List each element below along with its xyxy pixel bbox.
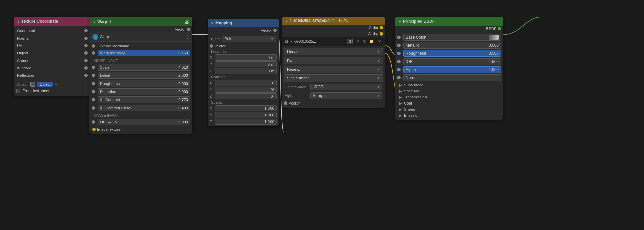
metallic-label: Metallic (406, 43, 419, 48)
contrast-offset-value: 0.480 (178, 106, 188, 110)
transmission-label: Transmission (404, 95, 427, 99)
ior-socket (397, 60, 401, 63)
metallic-value: 0.000 (489, 43, 499, 48)
from-instancer-checkbox[interactable] (16, 89, 20, 93)
node-image-header: ∨ 0e8010b2566a83767e5c9df4bd3dc7... (282, 17, 385, 25)
projection-arrow: ▼ (377, 59, 380, 62)
emission-collapse[interactable]: ▶ Emission (395, 112, 503, 118)
sheen-collapse[interactable]: ▶ Sheen (395, 106, 503, 112)
image-texture-row: ImageTexture (89, 126, 192, 132)
emission-label: Emission (404, 113, 420, 117)
alpha-dropdown[interactable]: Straight ▼ (310, 92, 382, 99)
contrast-field[interactable]: Contrast 0.770 (98, 96, 190, 103)
dropdown-small-arrow: ▼ (290, 40, 293, 43)
scale-field[interactable]: Scale 4.010 (98, 64, 190, 71)
loc-x-field[interactable]: 0 m (215, 54, 277, 61)
loc-y-field[interactable]: 0 m (215, 61, 277, 67)
specular-collapse[interactable]: ▶ Specular (395, 88, 503, 94)
image-texture-label: ImageTexture (97, 127, 121, 131)
base-color-field[interactable]: Base Color (403, 34, 501, 41)
from-instancer-row: From Instancer (14, 88, 91, 94)
scale-z-field[interactable]: 1.000 (215, 119, 277, 125)
contrast-offset-label: Contrast Offset (105, 106, 131, 110)
image-color-socket (380, 26, 383, 29)
rot-y-field[interactable]: 0° (215, 87, 277, 93)
subsurface-collapse[interactable]: ▶ Subsurface (395, 82, 503, 88)
coat-collapse[interactable]: ▶ Coat (395, 100, 503, 106)
image-vector-label: Vector (289, 101, 300, 105)
alpha-principal-field[interactable]: Alpha 1.000 (403, 66, 501, 73)
loc-x-row: X 0 m (208, 54, 279, 61)
folder-icon[interactable]: 📁 (369, 38, 375, 44)
pencil-icon[interactable]: ✏ (55, 82, 58, 87)
warp-node-name: Warp-it (100, 34, 184, 39)
rot-x-field[interactable]: 0° (215, 80, 277, 86)
color-space-dropdown[interactable]: sRGB ▼ (310, 84, 382, 90)
base-color-label: Base Color (406, 35, 426, 40)
node-texture-coordinate: ∨ Texture Coordinate Generated Normal (14, 17, 91, 96)
socket-row-object: Object (14, 49, 91, 57)
ior-field[interactable]: IOR 1.500 (403, 58, 501, 65)
loc-z-field[interactable]: 0 m (215, 68, 277, 74)
label-camera: Camera (17, 59, 83, 63)
warp-intensity-field[interactable]: Warp Intensity 0.160 (98, 50, 190, 56)
bsdf-label: BSDF (486, 27, 496, 31)
mapping-input-socket (210, 44, 213, 48)
source-dropdown[interactable]: Single Image ▼ (284, 74, 383, 82)
warp-input-socket (92, 44, 95, 48)
roughness-field[interactable]: Roughness 0.000 (98, 80, 190, 87)
socket-normal (84, 37, 88, 40)
rot-x-value: 0° (271, 81, 274, 85)
shield-small-icon[interactable]: 🛡 (354, 38, 360, 44)
scale-y-field[interactable]: 1.000 (215, 112, 277, 118)
mapping-output-row: Vector (208, 27, 279, 33)
roughness-principal-value: 0.500 (489, 51, 499, 56)
off-on-field[interactable]: OFF---ON 0.000 (98, 119, 190, 125)
ior-value: 1.500 (489, 59, 499, 64)
base-color-row: Base Color (395, 33, 503, 41)
transmission-collapse[interactable]: ▶ Transmission (395, 94, 503, 100)
ior-label: IOR (406, 59, 413, 64)
image-alpha-row: Alpha (282, 31, 385, 37)
base-color-swatch (489, 35, 499, 40)
node-image-texture: ∨ 0e8010b2566a83767e5c9df4bd3dc7... Colo… (282, 17, 385, 108)
loc-z-value: 0 m (268, 69, 274, 73)
image-color-row: Color (282, 25, 385, 31)
socket-row-generated: Generated (14, 27, 91, 34)
node-mapping-header: ∨ Mapping (208, 19, 279, 27)
image-color-label: Color (369, 26, 378, 30)
rot-z-field[interactable]: 0° (215, 93, 277, 99)
close-icon[interactable]: ✕ (376, 38, 382, 44)
label-window: Window (17, 66, 83, 70)
normal-label: Normal (406, 75, 419, 80)
scale-x-row: X 1.000 (208, 105, 279, 112)
distortion-field[interactable]: Distortion 0.000 (98, 88, 190, 95)
mapping-body: Type: Point ▼ Vector Location: X 0 m Y (208, 33, 279, 127)
shield-icon: 🛡 (185, 34, 190, 40)
object-name[interactable]: Object (37, 82, 52, 87)
divider-1 (14, 80, 91, 80)
contrast-offset-field[interactable]: Contrast Offset 0.480 (98, 105, 190, 111)
copy-icon[interactable]: ⧉ (361, 38, 367, 44)
alpha-arrow: ▼ (377, 94, 380, 97)
color-space-arrow: ▼ (377, 85, 380, 89)
image-inner-header: 🖼 ▼ 0e8010b25... 3 🛡 ⧉ 📁 ✕ (282, 37, 385, 46)
scale-label: Scale: (208, 100, 279, 105)
projection-dropdown[interactable]: Flat ▼ (284, 57, 383, 64)
sheen-arrow: ▶ (399, 108, 402, 111)
image-vector-socket (284, 101, 287, 105)
roughness-principal-field[interactable]: Roughness 0.500 (403, 50, 501, 57)
rotation-label: Rotation: (208, 74, 279, 79)
extension-dropdown[interactable]: Repeat ▼ (284, 66, 383, 73)
warp-intensity-value: 0.160 (178, 51, 188, 55)
interpolation-dropdown[interactable]: Linear ▼ (284, 48, 383, 55)
metallic-field[interactable]: Metallic 0.000 (403, 42, 501, 49)
scale-x-field[interactable]: 1.000 (215, 105, 277, 111)
node-warp-title: Warp-it (97, 19, 111, 24)
node-texcoord-body: Generated Normal UV (14, 26, 91, 96)
detail-field[interactable]: Detail 2.000 (98, 72, 190, 79)
type-dropdown[interactable]: Point ▼ (222, 36, 276, 42)
specular-arrow: ▶ (399, 89, 402, 93)
metallic-socket (397, 44, 401, 47)
socket-generated (84, 29, 88, 32)
